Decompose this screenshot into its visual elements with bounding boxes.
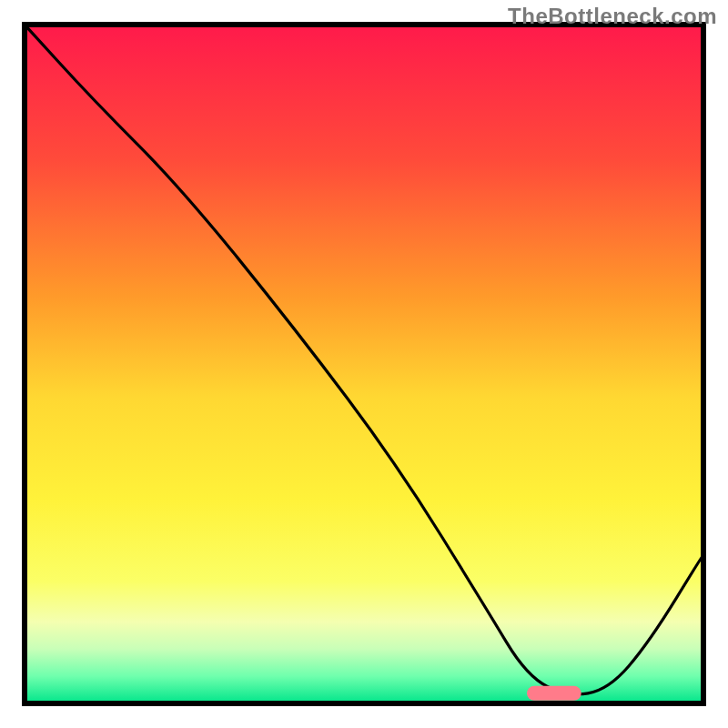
chart-svg	[0, 0, 728, 728]
plot-background	[25, 25, 703, 703]
optimal-zone-marker	[527, 686, 581, 701]
watermark-text: TheBottleneck.com	[508, 4, 717, 29]
chart-container: TheBottleneck.com	[0, 0, 728, 728]
